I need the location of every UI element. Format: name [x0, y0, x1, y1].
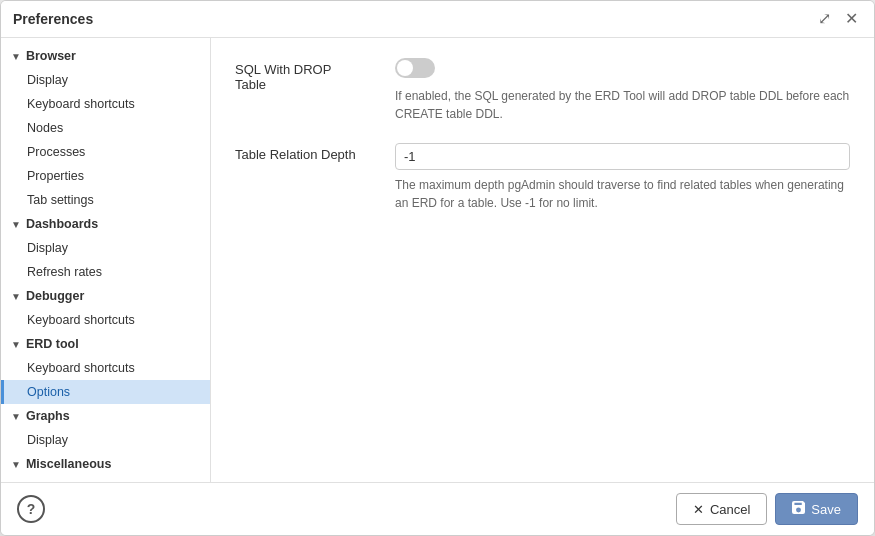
- group-label: Debugger: [26, 289, 84, 303]
- toggle-sql-with-drop-table[interactable]: [395, 58, 435, 78]
- sidebar-group-dashboards[interactable]: ▼Dashboards: [1, 212, 210, 236]
- expand-button[interactable]: ⤢: [814, 9, 835, 29]
- sidebar-item-browser-tab-settings[interactable]: Tab settings: [1, 188, 210, 212]
- sidebar-item-dashboards-display[interactable]: Display: [1, 236, 210, 260]
- footer-right: ✕ Cancel Save: [676, 493, 858, 525]
- sidebar-item-erd-keyboard-shortcuts[interactable]: Keyboard shortcuts: [1, 356, 210, 380]
- sidebar-item-dashboards-refresh-rates[interactable]: Refresh rates: [1, 260, 210, 284]
- sidebar-group-miscellaneous[interactable]: ▼Miscellaneous: [1, 452, 210, 476]
- chevron-down-icon: ▼: [11, 459, 21, 470]
- field-content-table-relation-depth: The maximum depth pgAdmin should travers…: [395, 143, 850, 212]
- footer-left: ?: [17, 495, 45, 523]
- chevron-down-icon: ▼: [11, 219, 21, 230]
- field-description-sql-with-drop-table: If enabled, the SQL generated by the ERD…: [395, 87, 850, 123]
- field-description-table-relation-depth: The maximum depth pgAdmin should travers…: [395, 176, 850, 212]
- sidebar-item-debugger-keyboard-shortcuts[interactable]: Keyboard shortcuts: [1, 308, 210, 332]
- sidebar-group-graphs[interactable]: ▼Graphs: [1, 404, 210, 428]
- toggle-track: [395, 58, 435, 78]
- save-icon: [792, 501, 805, 517]
- dialog-title: Preferences: [13, 11, 93, 27]
- cancel-label: Cancel: [710, 502, 750, 517]
- sidebar-item-browser-properties[interactable]: Properties: [1, 164, 210, 188]
- field-label-table-relation-depth: Table Relation Depth: [235, 143, 395, 162]
- cancel-icon: ✕: [693, 502, 704, 517]
- sidebar: ▼BrowserDisplayKeyboard shortcutsNodesPr…: [1, 38, 211, 482]
- save-button[interactable]: Save: [775, 493, 858, 525]
- close-button[interactable]: ✕: [841, 9, 862, 29]
- chevron-down-icon: ▼: [11, 339, 21, 350]
- sidebar-item-browser-keyboard-shortcuts[interactable]: Keyboard shortcuts: [1, 92, 210, 116]
- sidebar-item-browser-nodes[interactable]: Nodes: [1, 116, 210, 140]
- group-label: ERD tool: [26, 337, 79, 351]
- dialog-titlebar: Preferences ⤢ ✕: [1, 1, 874, 38]
- chevron-down-icon: ▼: [11, 411, 21, 422]
- save-label: Save: [811, 502, 841, 517]
- group-label: Graphs: [26, 409, 70, 423]
- sidebar-item-erd-options[interactable]: Options: [1, 380, 210, 404]
- main-content: SQL With DROPTable If enabled, the SQL g…: [211, 38, 874, 482]
- field-label-sql-with-drop-table: SQL With DROPTable: [235, 58, 395, 92]
- sidebar-group-debugger[interactable]: ▼Debugger: [1, 284, 210, 308]
- field-row-sql-with-drop-table: SQL With DROPTable If enabled, the SQL g…: [235, 58, 850, 123]
- field-content-sql-with-drop-table: If enabled, the SQL generated by the ERD…: [395, 58, 850, 123]
- dialog-footer: ? ✕ Cancel Save: [1, 482, 874, 535]
- sidebar-item-browser-display[interactable]: Display: [1, 68, 210, 92]
- group-label: Browser: [26, 49, 76, 63]
- chevron-down-icon: ▼: [11, 51, 21, 62]
- cancel-button[interactable]: ✕ Cancel: [676, 493, 767, 525]
- input-table-relation-depth[interactable]: [395, 143, 850, 170]
- help-button[interactable]: ?: [17, 495, 45, 523]
- dialog-body: ▼BrowserDisplayKeyboard shortcutsNodesPr…: [1, 38, 874, 482]
- sidebar-group-browser[interactable]: ▼Browser: [1, 44, 210, 68]
- chevron-down-icon: ▼: [11, 291, 21, 302]
- titlebar-buttons: ⤢ ✕: [814, 9, 862, 29]
- group-label: Dashboards: [26, 217, 98, 231]
- group-label: Miscellaneous: [26, 457, 111, 471]
- sidebar-group-erd-tool[interactable]: ▼ERD tool: [1, 332, 210, 356]
- field-row-table-relation-depth: Table Relation DepthThe maximum depth pg…: [235, 143, 850, 212]
- toggle-thumb: [397, 60, 413, 76]
- preferences-dialog: Preferences ⤢ ✕ ▼BrowserDisplayKeyboard …: [0, 0, 875, 536]
- sidebar-item-browser-processes[interactable]: Processes: [1, 140, 210, 164]
- sidebar-item-graphs-display[interactable]: Display: [1, 428, 210, 452]
